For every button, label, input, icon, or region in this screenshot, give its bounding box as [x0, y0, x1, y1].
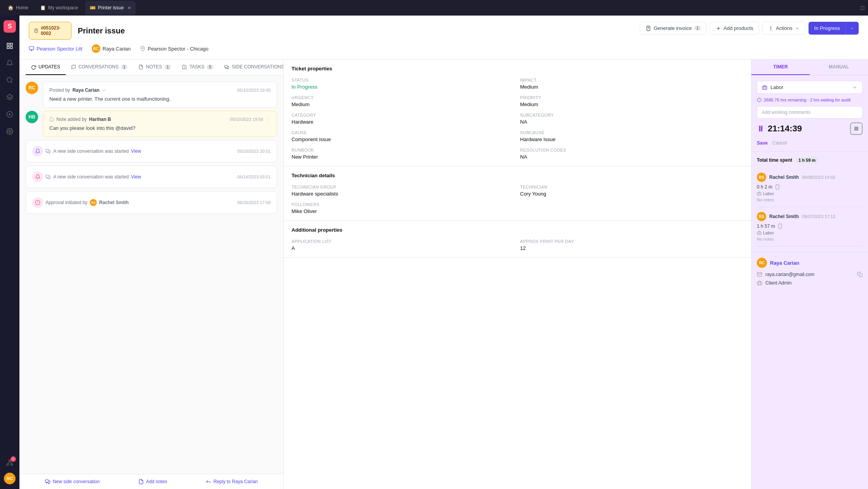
- prop-cause-value: Component issue: [292, 136, 515, 142]
- total-time-label: Total time spent: [757, 157, 792, 163]
- timer-cancel-button[interactable]: Cancel: [772, 140, 787, 146]
- conversations-badge: 1: [121, 65, 128, 70]
- svg-point-29: [770, 28, 771, 28]
- svg-point-13: [11, 464, 13, 466]
- feed-item-msg1: RC Posted by Raya Carian 05/10/2023 19:4…: [26, 82, 277, 108]
- additional-properties-section: Additional properties Application List A…: [284, 221, 751, 258]
- sidebar-item-layers[interactable]: [3, 90, 17, 104]
- prop-urgency: Urgency Medium: [292, 95, 515, 107]
- system-link-2[interactable]: View: [131, 174, 141, 180]
- copy-icon[interactable]: [857, 272, 863, 277]
- new-side-conversation-button[interactable]: New side conversation: [45, 479, 100, 484]
- company-link[interactable]: Pearson Spector Litt: [29, 46, 82, 52]
- ticket-panel: UPDATES CONVERSATIONS 1 NOTES 1 TAS: [19, 59, 284, 489]
- feed-note-body: Can you please look into this @david?: [49, 125, 271, 131]
- tab-updates[interactable]: UPDATES: [26, 59, 66, 75]
- add-notes-button[interactable]: Add notes: [138, 479, 167, 484]
- timer-panel: TIMER MANUAL Labor 2686.76 hrs remaining…: [751, 59, 868, 489]
- tab-home[interactable]: 🏠 Home: [3, 1, 33, 15]
- pause-icon[interactable]: ⏸: [757, 124, 765, 133]
- tab-notes[interactable]: NOTES 1: [133, 59, 176, 75]
- ticket-title: Printer issue: [78, 26, 125, 35]
- additional-grid: Application List A Approx print per day …: [292, 239, 743, 251]
- feed-footer: New side conversation Add notes Reply to…: [19, 474, 283, 489]
- feed-system-1: A new side conversation was started View…: [26, 140, 277, 162]
- timer-stop-button[interactable]: [850, 122, 863, 135]
- tab-side-conversations[interactable]: SIDE CONVERSATIONS 2: [219, 59, 284, 75]
- sidebar: S + RC: [0, 16, 19, 489]
- svg-rect-43: [757, 232, 761, 235]
- time-entry-1-date: 08/08/2023 14:50: [802, 175, 835, 180]
- svg-rect-3: [10, 47, 12, 49]
- ticket-header: #051023-0002 Printer issue Pearson Spect…: [19, 16, 868, 59]
- system-time-1: 05/10/2023 20:01: [237, 149, 271, 154]
- sidebar-logo[interactable]: S: [3, 20, 16, 33]
- status-button[interactable]: In Progress: [809, 22, 845, 35]
- time-entry-1: RS Rachel Smith 08/08/2023 14:50 0 h 2 m…: [757, 168, 863, 207]
- svg-rect-45: [757, 282, 762, 285]
- agent-avatar: RC: [92, 44, 100, 53]
- company-name[interactable]: Pearson Spector Litt: [37, 46, 82, 52]
- tab-ticket[interactable]: 🎫 Printer issue ✕: [85, 1, 136, 15]
- contact-role: Client Admin: [765, 280, 791, 286]
- svg-point-10: [9, 131, 11, 133]
- prop-print-per-day-value: 12: [520, 245, 743, 251]
- user-avatar[interactable]: RC: [4, 473, 16, 484]
- tab-conversations[interactable]: CONVERSATIONS 1: [66, 59, 133, 75]
- svg-point-31: [770, 30, 771, 30]
- generate-invoice-button[interactable]: Generate invoice 1: [640, 22, 707, 35]
- tasks-badge: 5: [207, 65, 214, 70]
- status-dropdown-button[interactable]: [845, 22, 859, 35]
- timer-save-button[interactable]: Save: [757, 140, 768, 146]
- total-time-section: Total time spent 1 h 59 m RS Rachel Smit…: [751, 151, 868, 252]
- feed-author-1: Raya Carian: [72, 87, 99, 93]
- sidebar-item-add[interactable]: [3, 107, 17, 121]
- time-entry-2-avatar: RS: [757, 212, 766, 221]
- time-entry-2-date: 09/07/2023 17:13: [802, 214, 835, 219]
- time-entry-1-type: Labor: [763, 191, 774, 196]
- svg-rect-35: [762, 86, 767, 89]
- bell-icon-3: [32, 197, 43, 208]
- prop-technician-value: Cory Young: [520, 191, 743, 197]
- prop-urgency-value: Medium: [292, 101, 515, 107]
- sidebar-item-settings[interactable]: [3, 124, 17, 138]
- feed-note-menu[interactable]: ⋮: [266, 117, 271, 122]
- system-link-1[interactable]: View: [131, 148, 141, 154]
- actions-button[interactable]: Actions: [762, 22, 805, 35]
- sidebar-item-network[interactable]: +: [3, 456, 17, 470]
- invoice-count-badge: 1: [694, 26, 701, 31]
- labor-select[interactable]: Labor: [757, 81, 863, 94]
- technician-details-section: Technician details Technician group Hard…: [284, 166, 751, 221]
- feed-avatar-hb: HB: [26, 111, 38, 123]
- add-products-button[interactable]: Add products: [710, 22, 759, 35]
- reply-button[interactable]: Reply to Raya Carian: [206, 479, 258, 484]
- prop-app-list-value: A: [292, 245, 515, 251]
- sidebar-item-home[interactable]: [3, 39, 17, 53]
- sidebar-item-bell[interactable]: [3, 56, 17, 70]
- svg-point-30: [770, 26, 771, 27]
- agent-name: Raya Carian: [103, 46, 131, 52]
- prop-impact: Impact Medium: [520, 78, 743, 90]
- time-entry-2-duration: 1 h 57 m: [757, 224, 775, 229]
- browser-expand[interactable]: ⊡: [860, 5, 865, 11]
- tab-workspace[interactable]: 📋 My workspace: [35, 1, 83, 15]
- timer-content: Labor 2686.76 hrs remaining · 2 hrs wait…: [751, 75, 868, 151]
- worklog-input[interactable]: Add worklog comments: [757, 106, 863, 119]
- location-info: Pearson Spector - Chicago: [140, 46, 208, 52]
- ticket-tab-close[interactable]: ✕: [127, 5, 131, 10]
- header-meta: Pearson Spector Litt RC Raya Carian Pear…: [29, 44, 208, 53]
- home-tab-icon: 🏠: [8, 5, 14, 10]
- status-button-group: In Progress: [809, 22, 859, 35]
- prop-resolution: Resolution codes NA: [520, 148, 743, 160]
- svg-line-14: [8, 461, 10, 464]
- prop-subcause-value: Hardware Issue: [520, 136, 743, 142]
- prop-priority-value: Medium: [520, 101, 743, 107]
- tab-tasks[interactable]: TASKS 5: [176, 59, 219, 75]
- sidebar-item-search[interactable]: [3, 73, 17, 87]
- timer-tab-timer[interactable]: TIMER: [751, 59, 810, 75]
- contact-email-row: raya.carian@gmail.com: [757, 272, 863, 277]
- svg-marker-6: [7, 94, 13, 98]
- contact-panel: RC Raya Carian raya.carian@gmail.com: [751, 252, 868, 294]
- prop-status: Status In Progress: [292, 78, 515, 90]
- timer-tab-manual[interactable]: MANUAL: [810, 59, 868, 75]
